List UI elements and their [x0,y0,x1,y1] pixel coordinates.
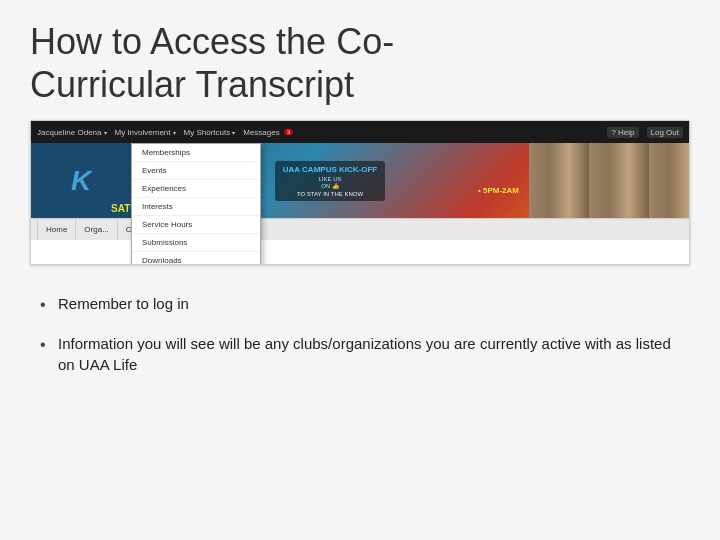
slide-title: How to Access the Co- Curricular Transcr… [30,20,690,106]
hero-banner: K SATURDAY UAA CAMPUS KICK-OFF LIKE USON… [31,143,689,218]
dropdown-submissions[interactable]: Submissions [132,234,260,252]
logout-label: Log Out [651,128,679,137]
user-caret-icon: ▾ [104,129,107,136]
hero-time: • 5PM-2AM [478,185,519,195]
nav-top-bar: Jacqueline Odena ▾ My Involvement ▾ My S… [31,121,689,143]
dropdown-events[interactable]: Events [132,162,260,180]
help-button[interactable]: ? Help [607,127,638,138]
nav-home[interactable]: Home [37,219,76,240]
nav-orga[interactable]: Orga... [76,219,117,240]
bullet-dot-2: • [40,334,58,356]
dropdown-downloads[interactable]: Downloads [132,252,260,265]
involvement-caret-icon: ▾ [173,129,176,136]
title-line1: How to Access the Co- [30,21,394,62]
bullets-section: • Remember to log in • Information you w… [30,283,690,520]
my-involvement-label: My Involvement [115,128,171,137]
username-label: Jacqueline Odena [37,128,102,137]
message-badge: 3 [284,129,293,135]
dropdown-experiences[interactable]: Experiences [132,180,260,198]
bullet-text-1: Remember to log in [58,293,680,314]
nav-top-left: Jacqueline Odena ▾ My Involvement ▾ My S… [37,128,293,137]
kickoff-sub: LIKE USON 👍 [283,176,377,189]
people-silhouette [529,143,689,218]
bullet-dot-1: • [40,294,58,316]
my-shortcuts-label: My Shortcuts [184,128,231,137]
shortcuts-caret-icon: ▾ [232,129,235,136]
screenshot-mockup: Jacqueline Odena ▾ My Involvement ▾ My S… [30,120,690,265]
help-label: ? Help [611,128,634,137]
logout-button[interactable]: Log Out [647,127,683,138]
hero-image-area [529,143,689,218]
kickoff-title: UAA CAMPUS KICK-OFF [283,165,377,174]
dropdown-menu: Memberships Events Experiences Interests… [131,143,261,265]
bullet-item-1: • Remember to log in [40,293,680,316]
my-involvement-menu[interactable]: My Involvement ▾ [115,128,176,137]
dropdown-memberships[interactable]: Memberships [132,144,260,162]
messages-label: Messages [243,128,279,137]
slide: How to Access the Co- Curricular Transcr… [0,0,720,540]
bullet-item-2: • Information you will see will be any c… [40,333,680,375]
nav-top-right: ? Help Log Out [607,127,683,138]
dropdown-interests[interactable]: Interests [132,198,260,216]
title-line2: Curricular Transcript [30,64,354,105]
messages-menu[interactable]: Messages 3 [243,128,293,137]
nav-bottom-bar: Home Orga... Campus Links ▾ Administrati… [31,218,689,240]
kickoff-cta: TO STAY IN THE KNOW [283,191,377,197]
kickoff-box: UAA CAMPUS KICK-OFF LIKE USON 👍 TO STAY … [275,161,385,201]
my-shortcuts-menu[interactable]: My Shortcuts ▾ [184,128,236,137]
hero-logo: K [71,165,91,197]
user-menu[interactable]: Jacqueline Odena ▾ [37,128,107,137]
bullet-text-2: Information you will see will be any clu… [58,333,680,375]
dropdown-service-hours[interactable]: Service Hours [132,216,260,234]
